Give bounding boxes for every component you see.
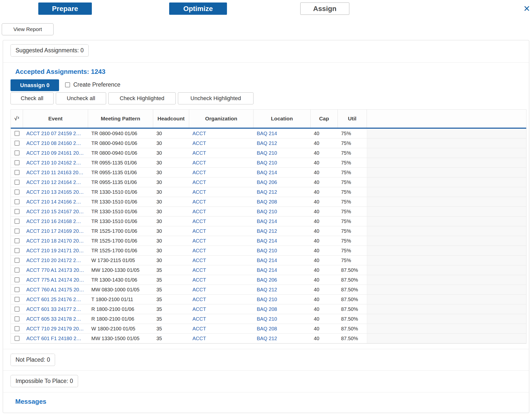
event-link[interactable]: ACCT 210 14 24166 2…: [26, 199, 81, 205]
event-link[interactable]: ACCT 210 19 24171 20…: [26, 248, 84, 254]
assign-button[interactable]: Assign: [300, 3, 349, 15]
event-link[interactable]: ACCT 710 29 24179 20…: [26, 326, 84, 332]
column-header-cap[interactable]: Cap: [311, 110, 338, 128]
row-checkbox[interactable]: [15, 287, 20, 292]
event-link[interactable]: ACCT 770 A1 24173 20…: [26, 267, 84, 273]
location-link[interactable]: BAQ 214: [257, 258, 277, 263]
column-header-meeting-pattern[interactable]: Meeting Pattern: [88, 110, 153, 128]
location-link[interactable]: BAQ 212: [257, 140, 277, 146]
location-link[interactable]: BAQ 208: [257, 306, 277, 312]
column-header-event[interactable]: Event: [23, 110, 88, 128]
view-report-button[interactable]: View Report: [2, 23, 54, 35]
organization-link[interactable]: ACCT: [192, 248, 206, 254]
location-link[interactable]: BAQ 214: [257, 170, 277, 175]
event-link[interactable]: ACCT 601 33 24177 2…: [26, 306, 81, 312]
event-link[interactable]: ACCT 760 A1 24175 20…: [26, 287, 84, 293]
row-checkbox[interactable]: [15, 238, 20, 243]
suggested-assignments-toggle[interactable]: Suggested Assignments: 0: [11, 44, 89, 57]
column-header-location[interactable]: Location: [253, 110, 311, 128]
location-link[interactable]: BAQ 212: [257, 189, 277, 195]
event-link[interactable]: ACCT 605 33 24178 2…: [26, 316, 81, 322]
event-link[interactable]: ACCT 210 15 24167 20…: [26, 209, 84, 215]
event-link[interactable]: ACCT 210 10 24162 2…: [26, 160, 81, 166]
create-preference-checkbox[interactable]: [65, 82, 70, 87]
row-checkbox[interactable]: [15, 297, 20, 302]
row-checkbox[interactable]: [15, 160, 20, 165]
organization-link[interactable]: ACCT: [192, 267, 206, 273]
organization-link[interactable]: ACCT: [192, 258, 206, 263]
location-link[interactable]: BAQ 206: [257, 179, 277, 185]
location-link[interactable]: BAQ 208: [257, 199, 277, 205]
prepare-button[interactable]: Prepare: [38, 3, 92, 15]
messages-title[interactable]: Messages: [15, 398, 46, 405]
row-checkbox[interactable]: [15, 189, 20, 194]
location-link[interactable]: BAQ 212: [257, 287, 277, 293]
location-link[interactable]: BAQ 206: [257, 277, 277, 283]
organization-link[interactable]: ACCT: [192, 160, 206, 166]
organization-link[interactable]: ACCT: [192, 150, 206, 156]
row-checkbox[interactable]: [15, 180, 20, 185]
location-link[interactable]: BAQ 212: [257, 228, 277, 234]
organization-link[interactable]: ACCT: [192, 336, 206, 341]
location-link[interactable]: BAQ 210: [257, 160, 277, 166]
event-link[interactable]: ACCT 601 25 24176 2…: [26, 297, 81, 302]
location-link[interactable]: BAQ 210: [257, 209, 277, 215]
organization-link[interactable]: ACCT: [192, 140, 206, 146]
organization-link[interactable]: ACCT: [192, 179, 206, 185]
event-link[interactable]: ACCT 210 09 24161 20…: [26, 150, 84, 156]
organization-link[interactable]: ACCT: [192, 170, 206, 175]
row-checkbox[interactable]: [15, 268, 20, 273]
row-checkbox[interactable]: [15, 277, 20, 282]
check-highlighted-button[interactable]: Check Highlighted: [108, 92, 176, 104]
event-link[interactable]: ACCT 210 07 24159 2…: [26, 131, 81, 136]
not-placed-toggle[interactable]: Not Placed: 0: [11, 354, 55, 366]
location-link[interactable]: BAQ 214: [257, 131, 277, 136]
accepted-assignments-title[interactable]: Accepted Assignments: 1243: [15, 68, 105, 76]
row-checkbox[interactable]: [15, 229, 20, 234]
organization-link[interactable]: ACCT: [192, 297, 206, 302]
organization-link[interactable]: ACCT: [192, 131, 206, 136]
row-checkbox[interactable]: [15, 141, 20, 146]
location-link[interactable]: BAQ 212: [257, 336, 277, 341]
column-header-organization[interactable]: Organization: [189, 110, 253, 128]
event-link[interactable]: ACCT 210 13 24165 20…: [26, 189, 84, 195]
row-checkbox[interactable]: [15, 219, 20, 224]
impossible-to-place-toggle[interactable]: Impossible To Place: 0: [11, 375, 78, 387]
location-link[interactable]: BAQ 210: [257, 248, 277, 254]
organization-link[interactable]: ACCT: [192, 287, 206, 293]
event-link[interactable]: ACCT 601 F1 24180 2…: [26, 336, 81, 341]
column-header-headcount[interactable]: Headcount: [153, 110, 189, 128]
organization-link[interactable]: ACCT: [192, 189, 206, 195]
optimize-button[interactable]: Optimize: [169, 3, 227, 15]
event-link[interactable]: ACCT 210 18 24170 20…: [26, 238, 84, 244]
row-checkbox[interactable]: [15, 209, 20, 214]
unassign-button[interactable]: Unassign 0: [11, 79, 59, 91]
row-checkbox[interactable]: [15, 150, 20, 155]
location-link[interactable]: BAQ 210: [257, 297, 277, 302]
column-header-util[interactable]: Util: [338, 110, 367, 128]
close-icon[interactable]: ✕: [521, 3, 532, 15]
event-link[interactable]: ACCT 210 20 24172 2…: [26, 258, 81, 263]
organization-link[interactable]: ACCT: [192, 199, 206, 205]
row-checkbox[interactable]: [15, 199, 20, 204]
event-link[interactable]: ACCT 210 16 24168 2…: [26, 219, 81, 224]
event-link[interactable]: ACCT 210 11 24163 20…: [26, 170, 83, 175]
organization-link[interactable]: ACCT: [192, 228, 206, 234]
location-link[interactable]: BAQ 210: [257, 316, 277, 322]
event-link[interactable]: ACCT 210 17 24169 20…: [26, 228, 84, 234]
row-checkbox[interactable]: [15, 316, 20, 321]
uncheck-all-button[interactable]: Uncheck all: [56, 92, 106, 104]
organization-link[interactable]: ACCT: [192, 219, 206, 224]
location-link[interactable]: BAQ 210: [257, 150, 277, 156]
check-all-button[interactable]: Check all: [11, 92, 54, 104]
row-checkbox[interactable]: [15, 248, 20, 253]
organization-link[interactable]: ACCT: [192, 326, 206, 332]
event-link[interactable]: ACCT 775 A1 24174 20…: [26, 277, 84, 283]
location-link[interactable]: BAQ 214: [257, 267, 277, 273]
row-checkbox[interactable]: [15, 307, 20, 312]
row-checkbox[interactable]: [15, 258, 20, 263]
organization-link[interactable]: ACCT: [192, 277, 206, 283]
organization-link[interactable]: ACCT: [192, 306, 206, 312]
location-link[interactable]: BAQ 214: [257, 238, 277, 244]
organization-link[interactable]: ACCT: [192, 238, 206, 244]
